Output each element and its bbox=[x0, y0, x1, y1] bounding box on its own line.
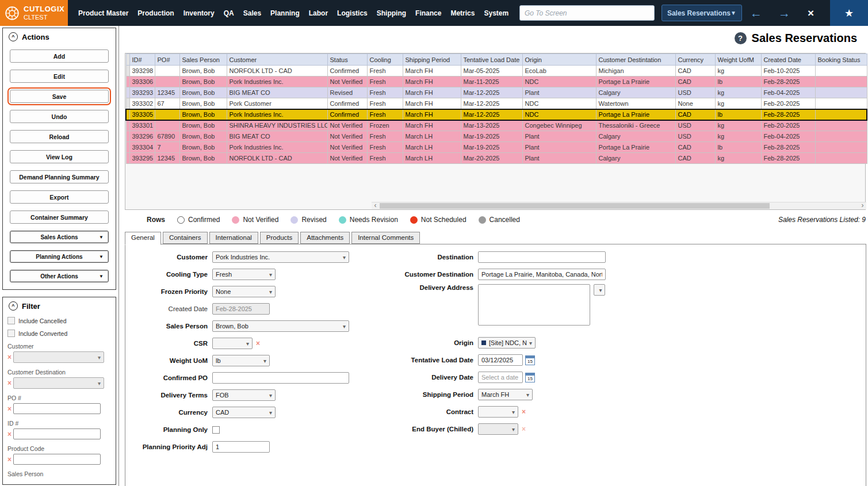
save-button[interactable]: Save bbox=[10, 90, 109, 103]
table-row[interactable]: 393301 Brown, Bob SHINRA HEAVY INDUSTRIE… bbox=[126, 120, 867, 131]
tentative-load-date-input[interactable] bbox=[478, 354, 523, 366]
tab[interactable]: Internal Comments bbox=[351, 232, 420, 244]
table-row[interactable]: 393296 67890 Brown, Bob BIG MEAT CO Not … bbox=[126, 131, 867, 142]
column-header[interactable]: Booking Status bbox=[815, 54, 867, 66]
delivery-address-textarea[interactable] bbox=[478, 284, 590, 326]
tab[interactable]: Products bbox=[260, 232, 299, 244]
filter-id-input[interactable] bbox=[13, 428, 101, 439]
column-header[interactable]: Origin bbox=[522, 54, 596, 66]
edit-button[interactable]: Edit bbox=[10, 70, 109, 83]
sales-person-select[interactable]: Brown, Bob ▾ bbox=[212, 320, 349, 332]
column-header[interactable]: Weight UofM bbox=[715, 54, 761, 66]
filter-customer-destination-select[interactable]: ▾ bbox=[13, 377, 104, 389]
undo-button[interactable]: Undo bbox=[10, 110, 109, 123]
nav-menu-item[interactable]: Logistics bbox=[332, 9, 372, 17]
cooling-type-select[interactable]: Fresh ▾ bbox=[212, 269, 276, 280]
destination-input[interactable] bbox=[478, 251, 606, 263]
export-button[interactable]: Export bbox=[10, 190, 109, 204]
clear-icon[interactable]: × bbox=[7, 354, 12, 361]
frozen-priority-select[interactable]: None ▾ bbox=[212, 286, 276, 297]
clear-icon[interactable]: × bbox=[256, 340, 260, 347]
clear-icon[interactable]: × bbox=[522, 408, 526, 415]
nav-menu-item[interactable]: Product Master bbox=[74, 9, 133, 17]
nav-menu-item[interactable]: System bbox=[479, 9, 513, 17]
include-converted-checkbox[interactable] bbox=[7, 330, 15, 337]
table-row[interactable]: 393304 7 Brown, Bob Pork Industries Inc.… bbox=[126, 142, 867, 153]
filter-product-code-input[interactable] bbox=[13, 454, 101, 465]
nav-menu-item[interactable]: QA bbox=[219, 9, 239, 17]
column-header[interactable]: ID# bbox=[129, 54, 155, 66]
column-header[interactable]: Cooling bbox=[367, 54, 403, 66]
customer-select[interactable]: Pork Industries Inc. ▾ bbox=[212, 251, 349, 263]
column-header[interactable]: Tentative Load Date bbox=[461, 54, 522, 66]
planning-only-checkbox[interactable] bbox=[212, 426, 220, 434]
add-button[interactable]: Add bbox=[10, 49, 109, 63]
column-header[interactable]: Customer bbox=[227, 54, 327, 66]
table-row[interactable]: 393302 67 Brown, Bob Pork Customer Confi… bbox=[126, 98, 867, 109]
table-row[interactable]: 393298 Brown, Bob NORFOLK LTD - CAD Conf… bbox=[126, 66, 867, 76]
calendar-icon[interactable]: 15 bbox=[525, 355, 535, 365]
other-actions-menu[interactable]: Other Actions ▼ bbox=[10, 270, 109, 282]
collapse-icon[interactable]: ^ bbox=[9, 301, 18, 311]
view-log-button[interactable]: View Log bbox=[10, 150, 109, 163]
back-arrow-icon[interactable]: ← bbox=[742, 6, 770, 20]
column-header[interactable]: Sales Person bbox=[179, 54, 227, 66]
table-row[interactable]: 393295 12345 Brown, Bob NORFOLK LTD - CA… bbox=[126, 153, 867, 164]
nav-menu-item[interactable]: Shipping bbox=[372, 9, 411, 17]
clear-icon[interactable]: × bbox=[7, 431, 12, 438]
shipping-period-select[interactable]: March FH ▾ bbox=[478, 389, 533, 400]
delivery-terms-select[interactable]: FOB ▾ bbox=[212, 389, 276, 401]
column-header[interactable]: Customer Destintation bbox=[596, 54, 675, 66]
tab[interactable]: International bbox=[209, 232, 258, 244]
clear-icon[interactable]: × bbox=[7, 456, 12, 463]
screen-selector-dropdown[interactable]: Sales Reservations ▼ bbox=[661, 5, 742, 21]
nav-menu-item[interactable]: Planning bbox=[266, 9, 304, 17]
clear-icon[interactable]: × bbox=[7, 380, 12, 386]
customer-destination-input[interactable] bbox=[478, 269, 606, 280]
confirmed-po-input[interactable] bbox=[212, 372, 349, 384]
planning-priority-adj-input[interactable] bbox=[212, 441, 270, 453]
currency-select[interactable]: CAD ▾ bbox=[212, 407, 276, 418]
table-row[interactable]: 393305 Brown, Bob Pork Industries Inc. C… bbox=[126, 109, 867, 120]
column-header[interactable]: Created Date bbox=[761, 54, 815, 66]
include-cancelled-checkbox-row[interactable]: Include Cancelled bbox=[7, 317, 111, 324]
delivery-date-input[interactable] bbox=[478, 372, 523, 383]
column-header[interactable]: PO# bbox=[155, 54, 179, 66]
goto-screen-input[interactable] bbox=[519, 5, 655, 21]
horizontal-scrollbar[interactable]: ‹ › bbox=[372, 202, 866, 209]
scroll-right-icon[interactable]: › bbox=[859, 202, 866, 209]
close-icon[interactable]: × bbox=[798, 7, 823, 20]
container-summary-button[interactable]: Container Summary bbox=[10, 211, 109, 224]
table-row[interactable]: 393306 Brown, Bob Pork Industries Inc. N… bbox=[126, 76, 867, 87]
nav-menu-item[interactable]: Production bbox=[133, 9, 178, 17]
scrollbar-thumb[interactable] bbox=[380, 203, 770, 209]
planning-actions-menu[interactable]: Planning Actions ▼ bbox=[10, 250, 109, 263]
nav-menu-item[interactable]: Sales bbox=[239, 9, 266, 17]
collapse-icon[interactable]: ^ bbox=[9, 32, 18, 41]
weight-uom-select[interactable]: lb ▾ bbox=[212, 355, 270, 366]
include-cancelled-checkbox[interactable] bbox=[7, 317, 15, 324]
forward-arrow-icon[interactable]: → bbox=[770, 6, 798, 20]
filter-po-input[interactable] bbox=[13, 403, 101, 414]
app-logo[interactable]: CUTLOGIX CLTEST bbox=[0, 0, 68, 26]
favorite-button[interactable]: ★ bbox=[830, 0, 868, 26]
delivery-address-picker[interactable]: ▾ bbox=[594, 284, 605, 296]
nav-menu-item[interactable]: Labor bbox=[304, 9, 332, 17]
include-converted-checkbox-row[interactable]: Include Converted bbox=[7, 330, 111, 337]
nav-menu-item[interactable]: Finance bbox=[411, 9, 446, 17]
csr-select[interactable]: ▾ bbox=[212, 338, 253, 349]
demand-planning-summary-button[interactable]: Demand Planning Summary bbox=[10, 170, 109, 183]
tab[interactable]: Containers bbox=[163, 232, 208, 244]
contract-select[interactable]: ▾ bbox=[478, 406, 518, 418]
nav-menu-item[interactable]: Inventory bbox=[179, 9, 219, 17]
nav-menu-item[interactable]: Metrics bbox=[446, 9, 479, 17]
scroll-left-icon[interactable]: ‹ bbox=[372, 202, 379, 209]
sales-actions-menu[interactable]: Sales Actions ▼ bbox=[10, 231, 109, 243]
tab[interactable]: General bbox=[125, 232, 161, 245]
calendar-icon[interactable]: 15 bbox=[525, 373, 535, 382]
tab[interactable]: Attachments bbox=[300, 232, 350, 244]
origin-select[interactable]: [Site] NDC, N ▾ bbox=[478, 337, 536, 349]
help-icon[interactable]: ? bbox=[735, 32, 747, 44]
column-header[interactable]: Shipping Period bbox=[403, 54, 461, 66]
column-header[interactable]: Currency bbox=[675, 54, 715, 66]
